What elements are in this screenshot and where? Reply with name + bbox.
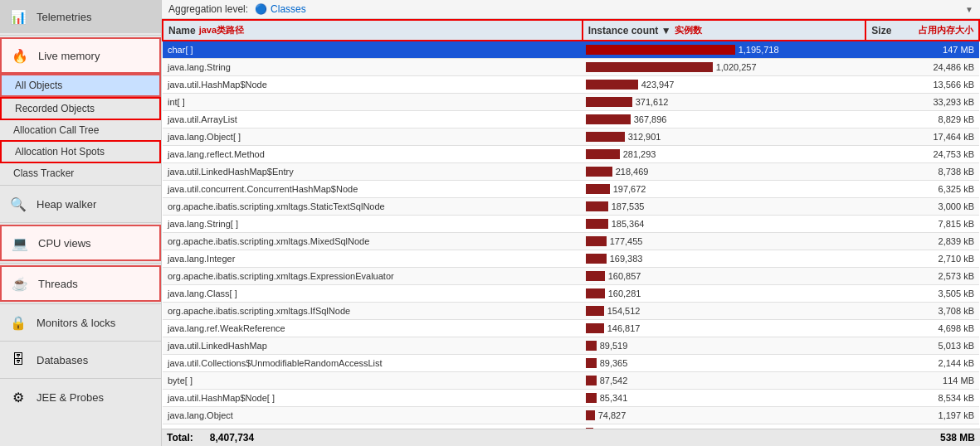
column-header-count[interactable]: Instance count ▼ 实例数	[583, 20, 866, 41]
sidebar-item-cpu-views[interactable]: 💻 CPU views	[0, 225, 161, 261]
aggregation-value[interactable]: 🔵 Classes	[255, 3, 306, 15]
table-row[interactable]: java.lang.reflect.Method281,29324,753 kB	[163, 146, 979, 163]
sidebar-sub-item-class-tracker[interactable]: Class Tracker	[0, 163, 161, 183]
table-row[interactable]: java.util.LinkedHashMap$Entry218,4698,73…	[163, 163, 979, 181]
sidebar-sub-item-allocation-call-tree[interactable]: Allocation Call Tree	[0, 120, 161, 140]
row-count: 281,293	[583, 146, 866, 163]
sidebar-item-monitors-locks-label: Monitors & locks	[37, 317, 115, 329]
row-size: 3,000 kB	[865, 198, 979, 216]
threads-icon: ☕	[8, 272, 32, 295]
all-objects-label: All Objects	[15, 80, 62, 91]
objects-table: Name java类路径 Instance count ▼ 实例数 Size	[162, 19, 980, 429]
sidebar-item-telemetries[interactable]: 📊 Telemetries	[0, 0, 161, 33]
row-size: 5,013 kB	[865, 337, 979, 355]
sidebar-item-monitors-locks[interactable]: 🔒 Monitors & locks	[0, 306, 161, 339]
table-row[interactable]: int[ ]371,61233,293 kB	[163, 94, 979, 111]
sidebar-item-jee-probes[interactable]: ⚙ JEE & Probes	[0, 381, 161, 414]
row-size: 1,197 kB	[865, 407, 979, 424]
sidebar-item-jee-probes-label: JEE & Probes	[37, 391, 104, 404]
aggregation-label: Aggregation level:	[168, 3, 248, 15]
row-count: 218,469	[583, 163, 866, 181]
row-count: 87,542	[583, 372, 866, 390]
row-count: 74,827	[583, 407, 866, 424]
footer-total-count: 8,407,734	[210, 432, 254, 444]
row-count: 187,535	[583, 198, 866, 216]
row-count: 89,365	[583, 355, 866, 372]
table-row[interactable]: java.util.concurrent.ConcurrentHashMap$N…	[163, 181, 979, 198]
row-name: java.lang.Class[ ]	[163, 285, 583, 303]
class-tracker-label: Class Tracker	[13, 167, 74, 179]
row-count: 160,857	[583, 268, 866, 285]
size-header-annotation: 占用内存大小	[919, 24, 973, 36]
sidebar-item-threads-label: Threads	[38, 278, 78, 290]
row-size: 17,464 kB	[865, 128, 979, 146]
table-row[interactable]: java.lang.Object[ ]312,90117,464 kB	[163, 128, 979, 146]
row-name: byte[ ]	[163, 372, 583, 390]
row-size: 33,293 kB	[865, 94, 979, 111]
row-count: 154,512	[583, 303, 866, 320]
sidebar-item-threads[interactable]: ☕ Threads	[0, 265, 161, 302]
databases-icon: 🗄	[7, 348, 30, 371]
row-name: java.lang.Integer	[163, 250, 583, 268]
row-name: java.lang.Object	[163, 407, 583, 424]
row-count: 312,901	[583, 128, 866, 146]
row-size: 8,829 kB	[865, 111, 979, 128]
size-header-label: Size	[871, 25, 891, 36]
table-row[interactable]: org.apache.ibatis.scripting.xmltags.Stat…	[163, 198, 979, 216]
sidebar-sub-item-allocation-hot-spots[interactable]: Allocation Hot Spots	[0, 140, 161, 163]
telemetries-icon: 📊	[7, 5, 30, 28]
aggregation-bar: Aggregation level: 🔵 Classes ▼	[162, 0, 980, 19]
cpu-views-icon: 💻	[8, 231, 32, 255]
row-name: java.lang.reflect.Method	[163, 146, 583, 163]
row-count: 89,519	[583, 337, 866, 355]
table-row[interactable]: java.lang.Class[ ]160,2813,505 kB	[163, 285, 979, 303]
sidebar-item-databases-label: Databases	[37, 354, 88, 366]
row-count: 185,364	[583, 216, 866, 233]
sidebar-sub-item-recorded-objects[interactable]: Recorded Objects	[0, 97, 161, 120]
table-row[interactable]: java.lang.ref.WeakReference146,8174,698 …	[163, 320, 979, 337]
row-count: 177,455	[583, 233, 866, 250]
table-row[interactable]: java.lang.String1,020,25724,486 kB	[163, 59, 979, 76]
column-header-name[interactable]: Name java类路径	[163, 20, 583, 41]
column-header-size[interactable]: Size 占用内存大小	[865, 20, 979, 41]
row-name: java.util.LinkedHashMap	[163, 337, 583, 355]
row-count: 160,281	[583, 285, 866, 303]
table-row[interactable]: java.lang.Object74,8271,197 kB	[163, 407, 979, 424]
table-row[interactable]: char[ ]1,195,718147 MB	[163, 41, 979, 59]
row-size: 3,708 kB	[865, 303, 979, 320]
table-row[interactable]: java.util.LinkedHashMap89,5195,013 kB	[163, 337, 979, 355]
row-count: 367,896	[583, 111, 866, 128]
row-size: 2,573 kB	[865, 268, 979, 285]
table-row[interactable]: java.lang.String[ ]185,3647,815 kB	[163, 216, 979, 233]
table-row[interactable]: org.apache.ibatis.scripting.xmltags.Expr…	[163, 268, 979, 285]
aggregation-dropdown-arrow[interactable]: ▼	[965, 5, 973, 14]
jee-probes-icon: ⚙	[7, 385, 30, 409]
sidebar-sub-item-all-objects[interactable]: All Objects	[0, 74, 161, 97]
table-row[interactable]: java.util.Collections$UnmodifiableRandom…	[163, 355, 979, 372]
row-size: 2,839 kB	[865, 233, 979, 250]
name-header-label: Name	[168, 25, 196, 36]
data-table-container[interactable]: Name java类路径 Instance count ▼ 实例数 Size	[162, 19, 980, 429]
row-count: 1,195,718	[583, 41, 866, 59]
heap-walker-icon: 🔍	[7, 192, 30, 216]
sidebar-item-live-memory[interactable]: 🔥 Live memory	[0, 37, 161, 74]
table-row[interactable]: java.util.HashMap$Node[ ]85,3418,534 kB	[163, 390, 979, 407]
table-row[interactable]: org.apache.ibatis.scripting.xmltags.Mixe…	[163, 233, 979, 250]
table-row[interactable]: org.apache.ibatis.scripting.xmltags.IfSq…	[163, 303, 979, 320]
table-row[interactable]: java.util.ArrayList367,8968,829 kB	[163, 111, 979, 128]
count-header-annotation: 实例数	[675, 24, 702, 36]
footer-total-label: Total:	[167, 432, 193, 444]
row-count: 371,612	[583, 94, 866, 111]
row-name: org.apache.ibatis.scripting.xmltags.IfSq…	[163, 303, 583, 320]
row-name: org.apache.ibatis.scripting.xmltags.Stat…	[163, 198, 583, 216]
count-header-label: Instance count ▼	[588, 25, 671, 36]
row-name: java.lang.String[ ]	[163, 216, 583, 233]
table-row[interactable]: java.util.HashMap$Node423,94713,566 kB	[163, 76, 979, 94]
table-row[interactable]: byte[ ]87,542114 MB	[163, 372, 979, 390]
row-size: 3,505 kB	[865, 285, 979, 303]
sidebar-item-heap-walker[interactable]: 🔍 Heap walker	[0, 187, 161, 221]
sidebar-item-databases[interactable]: 🗄 Databases	[0, 343, 161, 376]
row-size: 2,710 kB	[865, 250, 979, 268]
live-memory-icon: 🔥	[8, 44, 32, 67]
table-row[interactable]: java.lang.Integer169,3832,710 kB	[163, 250, 979, 268]
